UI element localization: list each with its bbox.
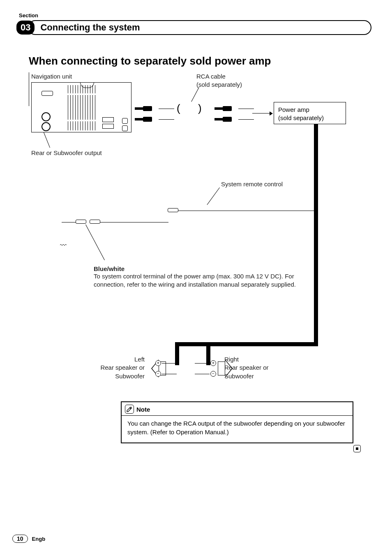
rca-plug-icon <box>214 117 239 122</box>
leader-line <box>44 132 56 149</box>
connector-icon <box>168 208 178 212</box>
cable-break-icon: ( ) <box>177 102 209 115</box>
thick-cable <box>206 342 210 365</box>
language-code: Engb <box>32 536 46 542</box>
section-number-badge: 03 <box>16 21 35 35</box>
terminal-plus-icon: + <box>210 360 216 366</box>
pencil-note-icon <box>125 405 134 414</box>
rca-plug-icon <box>135 117 159 122</box>
terminal-minus-icon: − <box>210 371 216 377</box>
label-blue-white-desc: To system control terminal of the power … <box>94 272 303 289</box>
power-amp-box: Power amp (sold separately) <box>274 102 346 124</box>
wire-tail-icon: 〰 <box>60 242 67 249</box>
note-body: You can change the RCA output of the sub… <box>122 419 353 437</box>
wiring-diagram: Navigation unit Rear or Subwoofer output… <box>29 72 382 467</box>
chapter-title: Connecting the system <box>28 20 371 35</box>
connector-icon <box>76 220 86 224</box>
label-rca-cable: RCA cable (sold separately) <box>196 72 242 88</box>
rca-plug-icon <box>214 106 239 111</box>
label-navigation-unit: Navigation unit <box>31 72 72 81</box>
page-footer: 10 Engb <box>12 535 45 543</box>
chapter-header: 03 Connecting the system <box>16 20 371 35</box>
note-title: Note <box>136 406 150 413</box>
label-left-speaker: Left Rear speaker or Subwoofer <box>85 355 145 380</box>
rca-plug-icon <box>135 106 159 111</box>
thick-cable <box>175 342 210 346</box>
label-right-speaker: Right Rear speaker or Subwoofer <box>224 355 298 380</box>
label-rear-subwoofer-output: Rear or Subwoofer output <box>31 149 102 157</box>
arrow-to-amp-icon <box>252 109 273 117</box>
note-box: Note You can change the RCA output of th… <box>121 401 353 443</box>
navigation-unit-graphic <box>31 82 131 132</box>
terminal-plus-icon: + <box>155 360 161 366</box>
section-end-icon <box>353 445 361 452</box>
leader-line <box>207 188 220 205</box>
leader-line <box>191 87 199 102</box>
label-system-remote: System remote control <box>221 180 283 188</box>
page-number: 10 <box>12 535 28 543</box>
thick-cable <box>314 124 318 346</box>
thick-cable <box>175 342 179 365</box>
section-label: Section <box>19 12 371 19</box>
leader-line <box>85 225 105 260</box>
page-heading: When connecting to separately sold power… <box>29 55 371 67</box>
terminal-minus-icon: − <box>155 371 161 377</box>
connector-icon <box>90 220 100 224</box>
